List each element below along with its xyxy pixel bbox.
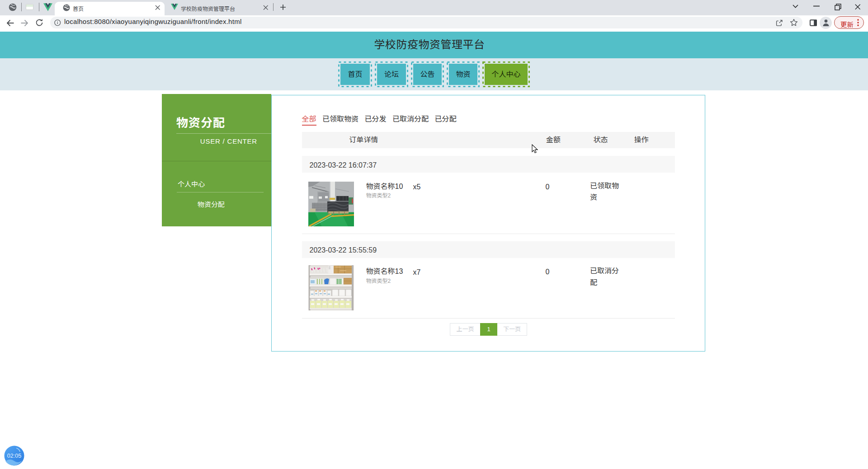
svg-text:02:05: 02:05 xyxy=(7,453,21,459)
